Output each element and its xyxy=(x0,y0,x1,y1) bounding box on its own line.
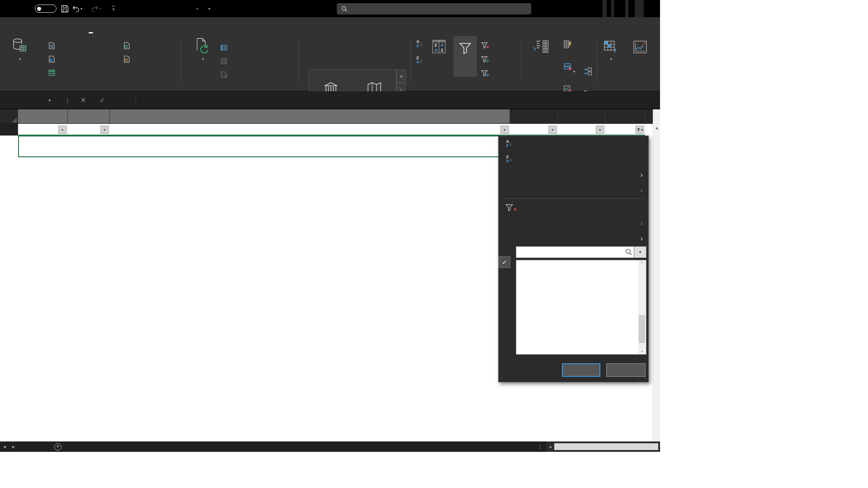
field-header-submission[interactable]: ▾ xyxy=(18,124,68,136)
tab-view[interactable] xyxy=(114,17,129,34)
from-text-csv-button[interactable] xyxy=(48,41,59,51)
refresh-all-button[interactable]: ▾ xyxy=(188,37,217,62)
filter-search-input[interactable] xyxy=(516,246,634,258)
hscroll-thumb[interactable] xyxy=(554,443,658,450)
menu-item-sort-by-color[interactable]: › xyxy=(499,167,648,182)
filter-dropdown-button-b[interactable]: ▾ xyxy=(100,126,108,134)
tab-file[interactable] xyxy=(6,17,22,34)
customize-quick-access-button[interactable]: ∨ xyxy=(108,4,118,13)
gallery-up-button[interactable]: ∧ xyxy=(396,70,406,83)
resize-grip-icon[interactable]: ⋰ ⋰ xyxy=(636,376,647,381)
text-to-columns-button[interactable] xyxy=(524,37,558,56)
svg-text:Z: Z xyxy=(441,48,443,52)
tabbar-menu-icon[interactable]: ⋮ xyxy=(533,444,546,450)
properties-button[interactable] xyxy=(220,56,231,66)
confirm-entry-button[interactable]: ✓ xyxy=(99,91,105,109)
menu-item-date-filters[interactable]: › xyxy=(499,230,648,246)
cancel-entry-button[interactable]: ✕ xyxy=(80,91,86,109)
sheet-nav-right-icon[interactable]: ► xyxy=(9,444,18,449)
select-all-corner[interactable] xyxy=(0,109,18,124)
new-sheet-button[interactable]: + xyxy=(54,443,61,450)
advanced-filter-icon: ⚙ xyxy=(481,70,488,76)
column-header-d[interactable] xyxy=(510,109,558,124)
reapply-filter-button[interactable]: ⟳ xyxy=(481,54,491,64)
undo-icon xyxy=(72,5,80,12)
field-header-longitude[interactable]: ▾ xyxy=(558,124,605,136)
advanced-filter-button[interactable]: ⚙ xyxy=(481,68,491,78)
document-title[interactable]: - ▾ xyxy=(192,0,210,17)
ribbon-divider xyxy=(520,37,520,84)
name-box[interactable]: ▾ xyxy=(0,93,54,108)
excel-window: ▾ ▾ ∨ - ▾ xyxy=(0,0,660,453)
tab-review[interactable] xyxy=(99,17,114,34)
tree-scrollbar[interactable]: ⌃ ⌄ xyxy=(638,260,646,354)
sort-newest-icon: ZA↓ xyxy=(502,155,516,163)
existing-connections-button[interactable] xyxy=(123,54,134,64)
menu-item-clear-filter[interactable]: ✕ xyxy=(499,200,648,215)
sort-ascending-button[interactable]: AZ↓ xyxy=(416,39,423,49)
search-input[interactable] xyxy=(337,3,531,14)
save-button[interactable] xyxy=(60,4,70,13)
consolidate-button[interactable] xyxy=(583,67,592,76)
menu-item-filter-by-color[interactable]: › xyxy=(499,215,648,230)
menu-item-sheet-view[interactable]: › xyxy=(499,182,648,197)
tab-page-layout[interactable] xyxy=(52,17,68,34)
field-header-location[interactable]: ▾ xyxy=(110,124,510,136)
filter-applied-icon xyxy=(637,128,641,132)
remove-duplicates-button[interactable] xyxy=(563,62,572,71)
data-validation-caret-icon[interactable]: ▾ xyxy=(573,70,575,74)
vertical-scrollbar[interactable]: ▲ xyxy=(653,109,660,442)
field-header-date[interactable]: ▾ xyxy=(605,124,645,136)
from-web-button[interactable] xyxy=(48,54,59,64)
queries-connections-icon xyxy=(220,45,228,51)
filter-dropdown-button-c[interactable]: ▾ xyxy=(500,126,509,134)
column-header-c[interactable] xyxy=(110,109,510,124)
tree-scroll-thumb[interactable] xyxy=(639,315,645,343)
search-magnifier-icon xyxy=(625,249,632,255)
field-header-latitude[interactable]: ▾ xyxy=(510,124,558,136)
forecast-sheet-button[interactable] xyxy=(626,37,654,56)
edit-links-icon xyxy=(220,71,228,78)
autosave-toggle[interactable] xyxy=(35,5,57,13)
cancel-button[interactable] xyxy=(606,363,646,377)
redo-button[interactable]: ▾ xyxy=(91,4,101,13)
tab-help[interactable] xyxy=(129,17,145,34)
get-data-button[interactable]: ▾ xyxy=(5,37,33,62)
recent-sources-button[interactable] xyxy=(123,41,134,51)
filter-dropdown-button-a[interactable]: ▾ xyxy=(58,126,66,134)
queries-connections-button[interactable] xyxy=(220,42,231,52)
tab-data[interactable] xyxy=(83,17,99,34)
column-header-f[interactable] xyxy=(605,109,645,124)
column-header-e[interactable] xyxy=(558,109,605,124)
ok-button[interactable] xyxy=(562,363,600,377)
tab-insert[interactable] xyxy=(37,17,52,34)
window-control-bar xyxy=(635,0,644,17)
menu-item-sort-newest[interactable]: ZA↓ xyxy=(499,151,648,167)
hscroll-left-icon[interactable]: ◄ xyxy=(546,445,554,449)
row-number[interactable] xyxy=(0,124,18,136)
filter-active-button-date[interactable]: ▾ xyxy=(636,126,644,134)
sort-descending-button[interactable]: ZA↓ xyxy=(416,55,423,65)
field-header-location-id[interactable]: ▾ xyxy=(68,124,110,136)
filter-dropdown-button-e[interactable]: ▾ xyxy=(596,126,604,134)
horizontal-scrollbar[interactable]: ◄ xyxy=(546,441,660,452)
column-header-a[interactable] xyxy=(18,109,68,124)
sheet-nav-left-icon[interactable]: ◄ xyxy=(0,444,9,449)
what-if-analysis-button[interactable]: ? ▾ xyxy=(598,37,624,62)
sort-button[interactable]: ZAAZ xyxy=(427,37,451,56)
menu-item-sort-oldest[interactable]: AZ↓ xyxy=(499,136,648,151)
edit-links-button[interactable] xyxy=(220,70,231,80)
flash-fill-button[interactable] xyxy=(563,40,572,49)
tab-formulas[interactable] xyxy=(68,17,83,34)
search-scope-dropdown-button[interactable]: ▾ xyxy=(634,246,646,258)
undo-button[interactable]: ▾ xyxy=(72,4,82,13)
column-header-b[interactable] xyxy=(68,109,110,124)
name-box-menu-icon[interactable]: ⋮ xyxy=(64,91,71,109)
filter-button[interactable] xyxy=(453,36,477,77)
undo-caret-icon: ▾ xyxy=(80,7,82,11)
filter-dropdown-button-d[interactable]: ▾ xyxy=(548,126,557,134)
from-table-range-button[interactable] xyxy=(48,68,59,78)
tab-home[interactable] xyxy=(22,17,37,34)
clear-filter-button[interactable]: ✕ xyxy=(481,40,491,50)
clear-filter-from-date-icon: ✕ xyxy=(502,204,516,211)
